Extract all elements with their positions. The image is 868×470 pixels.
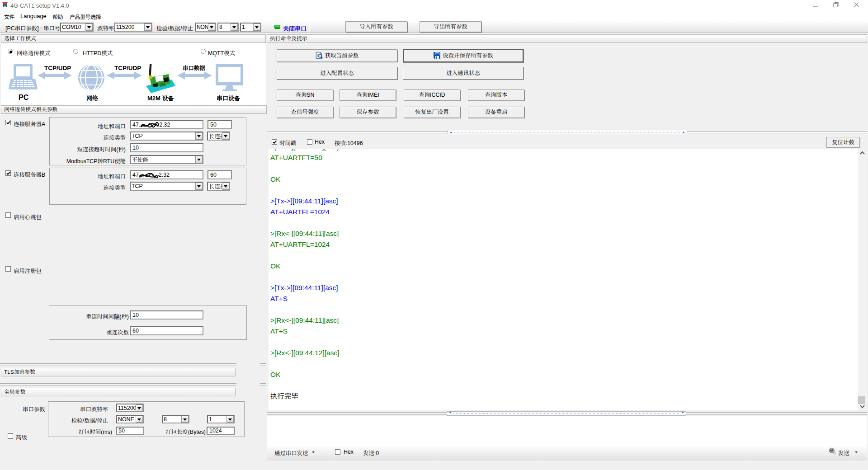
svg-text:TCP/UDP: TCP/UDP bbox=[114, 65, 141, 71]
svg-text:网络: 网络 bbox=[86, 95, 98, 102]
svg-text:PC: PC bbox=[19, 94, 29, 101]
svg-text:串口数据: 串口数据 bbox=[183, 65, 205, 71]
svg-text:串口设备: 串口设备 bbox=[217, 95, 241, 102]
svg-text:TCP/UDP: TCP/UDP bbox=[44, 65, 71, 71]
svg-text:M2M 设备: M2M 设备 bbox=[147, 95, 175, 102]
